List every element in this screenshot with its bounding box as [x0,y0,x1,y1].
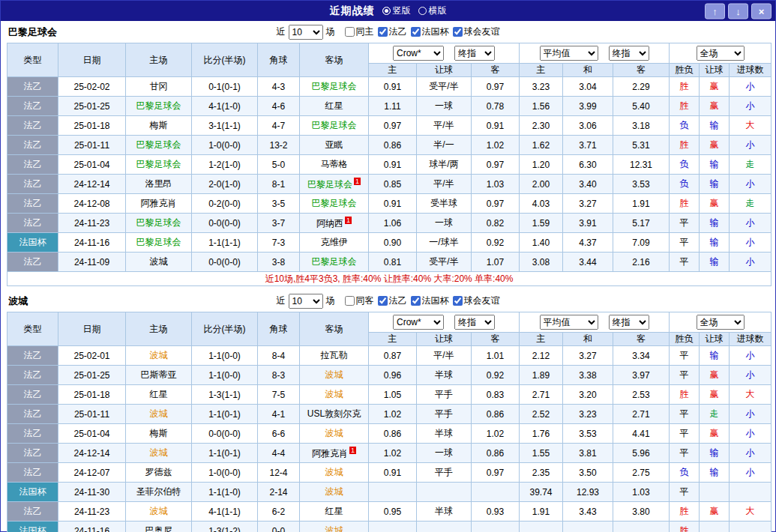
cell-handicap-line: 平手 [417,463,472,483]
cell-handicap-away-odds: 0.97 [472,77,520,97]
cell-goals-result: 小 [730,136,772,155]
cell-result: 胜 [670,522,700,532]
match-row: 法乙24-12-08阿雅克肖0-2(0-0)3-5巴黎足球会0.91受半球0.9… [7,194,772,214]
filter-ligue2-input[interactable] [378,296,388,306]
filter-checkbox-ligue2[interactable]: 法乙 [377,25,407,38]
cell-handicap-line [417,522,472,532]
team-name: 巴黎足球会 [136,100,181,111]
team-name: USL敦刻尔克 [307,408,361,419]
filter-coupe-input[interactable] [411,296,421,306]
same-venue-input[interactable] [345,296,355,306]
cell-home-team: 阿雅克肖 [126,194,192,214]
layout-radio-vertical[interactable]: 竖版 [382,4,411,17]
cell-result: 胜 [670,136,700,155]
filter-coupe-label: 法国杯 [422,294,449,307]
cell-score: 0-0(0-0) [192,253,258,272]
cell-handicap-line: 平/半 [417,116,472,136]
cell-score: 1-2(1-0) [192,155,258,175]
close-button[interactable]: × [751,3,772,19]
summary-text: 近10场,胜4平3负3, 胜率:40% 让胜率:40% 大率:20% 单率:40… [7,272,772,286]
filter-ligue2-label: 法乙 [389,25,407,38]
filter-checkbox-friendly[interactable]: 球会友谊 [452,294,500,307]
cell-avg-home-odds: 1.40 [520,233,563,253]
filter-checkbox-coupe[interactable]: 法国杯 [410,294,449,307]
full-match-select[interactable]: 全场 [697,315,745,330]
cell-avg-home-odds: 4.03 [520,194,563,214]
cell-goals-result [730,483,772,502]
cell-handicap-line: 平/半 [417,175,472,194]
cell-home-team: 波城 [126,405,192,424]
cell-result: 负 [670,463,700,483]
average-odds-select[interactable]: 平均值 [540,315,598,330]
cell-date: 25-01-04 [58,155,126,175]
cell-result: 平 [670,346,700,366]
cell-handicap-away-odds: 1.03 [472,175,520,194]
team-name: 波城 [325,389,343,399]
cell-competition: 法乙 [7,97,58,116]
cell-corners: 12-4 [258,463,300,483]
cell-goals-result: 走 [730,194,772,214]
layout-radio-horizontal[interactable]: 横版 [418,4,447,17]
filter-coupe-input[interactable] [411,27,421,37]
team-name: 红星 [325,506,343,516]
horizontal-radio-input[interactable] [418,7,427,15]
cell-avg-home-odds: 2.71 [520,385,563,405]
average-odds-select[interactable]: 平均值 [540,46,598,61]
average-odds-header: 平均值终指 [520,312,670,333]
cell-handicap-result: 输 [700,463,730,483]
final-odds-select-2[interactable]: 终指 [609,46,649,61]
cell-score: 1-1(0-0) [192,346,258,366]
header-handicap: 让球 [417,333,472,346]
cell-corners: 6-2 [258,502,300,522]
cell-handicap-result: 输 [700,116,730,136]
match-row: 法乙25-01-04梅斯0-0(0-0)6-6波城0.86半球1.021.763… [7,424,772,444]
cell-competition: 法乙 [7,136,58,155]
cell-date: 24-11-30 [58,483,126,502]
header-type: 类型 [7,43,58,77]
final-odds-select[interactable]: 终指 [454,46,495,61]
final-odds-select-2[interactable]: 终指 [609,315,649,330]
cell-avg-away-odds: 5.17 [613,214,670,233]
scroll-up-button[interactable]: ↑ [705,3,725,19]
header-odds-away: 客 [472,333,520,346]
cell-handicap-result: 输 [700,444,730,463]
team-name: 巴黎足球会 [136,217,181,228]
odds-source-select[interactable]: Crow* [393,46,444,61]
cell-handicap-away-odds: 1.07 [472,253,520,272]
match-row: 法乙25-01-11波城1-1(0-1)4-1USL敦刻尔克1.02平手0.86… [7,405,772,424]
match-count-select[interactable]: 10 [289,25,323,40]
same-venue-checkbox[interactable]: 同客 [344,294,374,307]
cell-avg-home-odds: 2.52 [520,405,563,424]
same-venue-input[interactable] [345,27,355,37]
filter-checkbox-coupe[interactable]: 法国杯 [410,25,449,38]
games-label: 场 [326,294,335,307]
cell-handicap-away-odds: 1.01 [472,346,520,366]
filter-friendly-input[interactable] [453,27,463,37]
filter-checkbox-friendly[interactable]: 球会友谊 [452,25,500,38]
filter-friendly-input[interactable] [453,296,463,306]
cell-avg-home-odds: 3.08 [520,253,563,272]
same-venue-checkbox[interactable]: 同主 [344,25,374,38]
cell-avg-away-odds: 3.18 [613,116,670,136]
match-count-select[interactable]: 10 [289,294,323,309]
header-avg-draw: 和 [563,64,613,77]
match-row: 法乙25-01-04巴黎足球会1-2(1-0)5-0马蒂格0.91球半/两0.9… [7,155,772,175]
up-arrow-icon: ↑ [712,5,718,16]
cell-away-team: 亚眠 [300,136,369,155]
vertical-radio-input[interactable] [382,7,391,15]
red-card-badge: 1 [345,217,352,224]
cell-handicap-away-odds: 0.97 [472,155,520,175]
match-row: 法乙24-12-14波城1-1(0-1)4-4阿雅克肖11.02一球0.861.… [7,444,772,463]
cell-avg-home-odds: 1.89 [520,366,563,385]
final-odds-select[interactable]: 终指 [454,315,495,330]
cell-away-team: 波城 [300,366,369,385]
full-match-select[interactable]: 全场 [697,46,745,61]
scroll-down-button[interactable]: ↓ [728,3,748,19]
cell-competition: 法乙 [7,463,58,483]
filter-ligue2-input[interactable] [378,27,388,37]
cell-handicap-result: 赢 [700,194,730,214]
cell-goals-result: 小 [730,405,772,424]
cell-result: 平 [670,366,700,385]
odds-source-select[interactable]: Crow* [393,315,444,330]
filter-checkbox-ligue2[interactable]: 法乙 [377,294,407,307]
